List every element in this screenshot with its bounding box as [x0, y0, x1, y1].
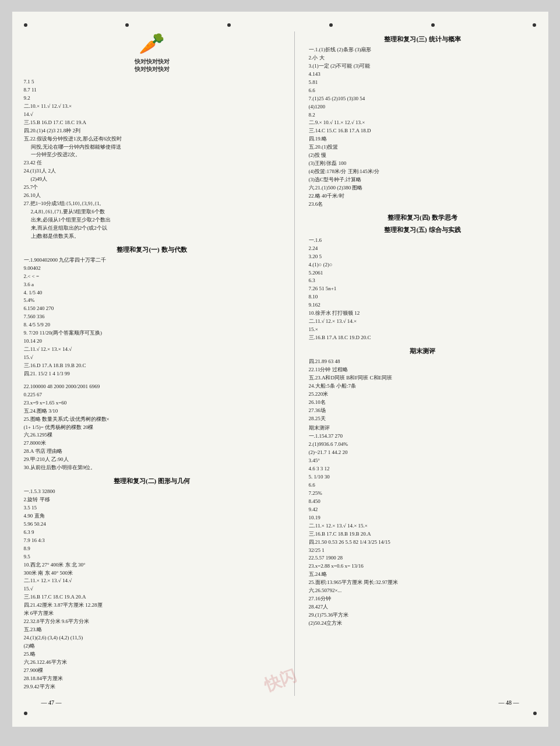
section2-items-item-3: 五.24.图略 3/10 [24, 407, 280, 416]
section4-items-item-7: (4)1200 [309, 103, 537, 111]
section6-items-item-16: 6.6 [309, 481, 537, 490]
section4-items-item-14: (3)王刚:张磊 100 [309, 160, 537, 168]
section5-items-item-2: 3.20 5 [309, 253, 537, 261]
section6-items-item-12: (2)~21.7 1 44.2 20 [309, 449, 537, 457]
section6-items-item-23: 四.21.50 0.53 26 5.5 82 1/4 3/25 14/15 [309, 539, 537, 547]
section1-items-item-0: 一.1.900402000 九亿零四十万零二千 [24, 256, 280, 265]
section6-items-item-28: 25.面积:13.965平方厘米 周长:32.97厘米 [309, 579, 537, 587]
page-numbers: — 47 — — 48 — [24, 696, 537, 709]
top-item-9: 一分钟至少投进2次。 [24, 151, 280, 159]
section6-items-item-0: 四.21.89 63 48 [309, 358, 537, 366]
section6-items-item-2: 五.23.A和D同班 B和F同班 C和E同班 [309, 374, 537, 382]
section5-items-item-6: 7.26 51 5n+1 [309, 285, 537, 293]
section1-items-item-14: 四.21. 15/2 1 4 1/3 99 [24, 370, 280, 378]
page-container: 🥕 快对快对快对 快对快对快对 7.1 5 8.7 11 9.2 二.10.× … [12, 12, 548, 727]
section4-items-item-1: 2.小 大 [309, 54, 537, 62]
section6-items-item-29: 六.26.50792×... [309, 587, 537, 595]
section4-items-item-3: 4.143 [309, 71, 537, 79]
section3-items-item-3: 4.90 直角 [24, 512, 280, 520]
quick-label-1: 快对快对快对 [135, 58, 170, 66]
section6-items-item-11: 2.(1)9936.6 7.04% [309, 441, 537, 449]
section4-items-item-0: 一.1.(1)折线 (2)条形 (3)扇形 [309, 46, 537, 54]
section6-items-item-30: 27.16分钟 [309, 595, 537, 603]
section6-items-item-10: 一.1.154.37 270 [309, 432, 537, 441]
page-inner: 🥕 快对快对快对 快对快对快对 7.1 5 8.7 11 9.2 二.10.× … [24, 31, 537, 696]
section3-items-item-17: 五.23.略 [24, 626, 280, 634]
section4-items-item-13: (2)投 慢 [309, 152, 537, 160]
section1-items-item-4: 4. 1/5 40 [24, 289, 280, 297]
section2-items: 22.100000 48 2000 2000/2001 69690.225 67… [24, 383, 280, 472]
section6-items-item-9: 期末测评 [309, 424, 537, 432]
section4-items-item-6: 7.(1)25 45 (2)105 (3)30 54 [309, 95, 537, 103]
section3-items: 一.1.5.3 328002.旋转 平移3.5 154.90 直角5.96 50… [24, 488, 280, 691]
section4-items-item-4: 5.81 [309, 79, 537, 87]
section6-items-item-1: 22.11分钟 过程略 [309, 366, 537, 374]
section1-items-item-8: 8. 4/5 5/9 20 [24, 321, 280, 329]
section6-items-item-25: 22.5.57 1900 28 [309, 554, 537, 562]
section3-items-item-0: 一.1.5.3 32800 [24, 488, 280, 496]
top-item-16: 2,4,8},{6},{7},要从5组里取6个数 [24, 208, 280, 216]
left-page: 🥕 快对快对快对 快对快对快对 7.1 5 8.7 11 9.2 二.10.× … [24, 31, 280, 696]
section6-items-item-13: 3.45° [309, 457, 537, 465]
section6-items-item-4: 25.220米 [309, 390, 537, 399]
section1-items-item-7: 7.560 336 [24, 313, 280, 321]
section4-items-item-19: 23.6名 [309, 200, 537, 209]
section6-items-item-14: 4.6 3 3 12 [309, 465, 537, 473]
section5-items-item-7: 8.10 [309, 293, 537, 301]
section6-items-item-5: 26.10名 [309, 399, 537, 407]
section1-items-item-3: 3.6 a [24, 281, 280, 289]
section1-items-item-12: 15.√ [24, 354, 280, 362]
section4-items-item-10: 三.14.C 15.C 16.B 17.A 18.D [309, 127, 537, 135]
section2-items-item-5: (1+ 1/5)= 优秀杨树的棵数 20棵 [24, 424, 280, 432]
section3-items-item-1: 2.旋转 平移 [24, 496, 280, 504]
section6-items-item-21: 二.11.× 12.× 13.√ 14.× 15.× [309, 522, 537, 530]
carrot-icon: 🥕 [139, 31, 165, 56]
section4-items: 一.1.(1)折线 (2)条形 (3)扇形2.小 大3.(1)一定 (2)不可能… [309, 46, 537, 209]
top-item-12: (2)49人 [24, 175, 280, 184]
section3-items-item-23: 28.18.84平方厘米 [24, 675, 280, 683]
section1-items-item-13: 三.16.D 17.A 18.B 19.B 20.C [24, 362, 280, 370]
corner-dot-br [533, 712, 537, 715]
corner-dot-tr4 [533, 23, 536, 27]
section3-items-item-8: 9.5 [24, 553, 280, 561]
section1-block: 整理和复习(一) 数与代数 一.1.900402000 九亿零四十万零二千9.0… [24, 245, 280, 378]
section2-block: 22.100000 48 2000 2000/2001 69690.225 67… [24, 383, 280, 472]
section1-items-item-6: 6.150 240 270 [24, 305, 280, 313]
section3-title: 整理和复习(二) 图形与几何 [24, 477, 280, 485]
section6-items: 四.21.89 63 4822.11分钟 过程略五.23.A和D同班 B和F同班… [309, 358, 537, 628]
page-num-left: — 47 — [41, 699, 62, 706]
section6-items-item-32: 29.(1)75.36平方米 [309, 611, 537, 620]
section3-items-item-22: 27.900棵 [24, 667, 280, 675]
section5-items-item-12: 三.16.B 17.A 18.C 19.D 20.C [309, 334, 537, 342]
top-item-5: 三.15.B 16.D 17.C 18.C 19.A [24, 119, 280, 127]
section6-items-item-31: 28.427人 [309, 603, 537, 611]
section3-items-item-7: 8.9 [24, 545, 280, 553]
section1-items: 一.1.900402000 九亿零四十万零二千9.004022.< < =3.6… [24, 256, 280, 378]
section4-items-item-12: 五.20.(1)投篮 [309, 143, 537, 152]
section5-items: 一.1.62.243.20 54.(1)○ (2)○5.20616.37.26 … [309, 237, 537, 342]
section6-items-item-18: 8.450 [309, 498, 537, 506]
section5-items-item-9: 10.徐开水 打打顿顿 12 [309, 309, 537, 318]
section4-items-item-18: 22.略 40千米/时 [309, 192, 537, 200]
section5-items-item-11: 15.× [309, 326, 537, 334]
section6-items-item-6: 27.36场 [309, 407, 537, 415]
section4-items-item-17: 六.21.(1)500 (2)380 图略 [309, 184, 537, 192]
right-page: 整理和复习(三) 统计与概率 一.1.(1)折线 (2)条形 (3)扇形2.小 … [309, 31, 537, 696]
section2-items-item-9: 29.甲:210人 乙:90人 [24, 456, 280, 464]
section6-items-item-17: 7.25% [309, 490, 537, 498]
section1-items-item-2: 2.< < = [24, 273, 280, 281]
section3-items-item-12: 15.√ [24, 585, 280, 593]
section6-block: 期末测评 四.21.89 63 4822.11分钟 过程略五.23.A和D同班 … [309, 347, 537, 628]
section4-items-item-5: 6.6 [309, 87, 537, 95]
section5-subtitle: 整理和复习(五) 综合与实践 [309, 226, 537, 234]
section6-items-item-22: 三.16.B 17.C 18.B 19.B 20.A [309, 530, 537, 539]
section6-items-item-26: 23.x=2.88 x=0.6 x= 13/16 [309, 562, 537, 571]
section6-items-item-33: (2)50.24立方米 [309, 620, 537, 628]
top-item-18: 来,而从任意组取出的2个(或2个以 [24, 224, 280, 233]
section1-title: 整理和复习(一) 数与代数 [24, 245, 280, 254]
section6-items-item-20: 10.19 [309, 514, 537, 522]
section3-items-item-15: 米 6平方厘米 [24, 610, 280, 618]
section3-items-item-6: 7.9 16 4:3 [24, 537, 280, 545]
section2-items-item-7: 27.8000米 [24, 439, 280, 448]
corner-dot-tm [125, 23, 129, 27]
